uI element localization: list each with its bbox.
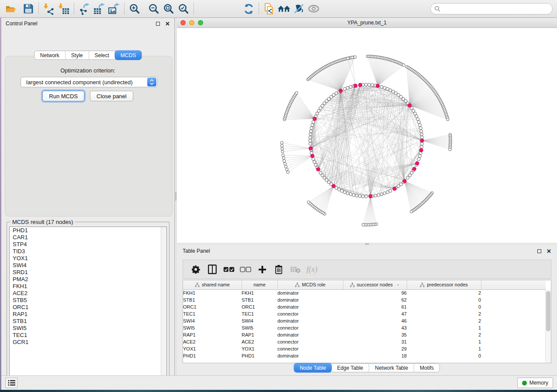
cell-predecessor-nodes: 0 <box>407 303 481 310</box>
save-button[interactable] <box>21 1 36 16</box>
show-graphics-button[interactable] <box>306 1 321 16</box>
cell-filler <box>481 296 546 303</box>
mcds-node-item[interactable]: TID3 <box>10 248 166 255</box>
mcds-node-item[interactable]: STP4 <box>10 241 166 248</box>
cell-name: ORC1 <box>242 303 277 310</box>
zoom-selected-button[interactable] <box>176 1 191 16</box>
column-header-name[interactable]: name <box>242 280 277 289</box>
export-image-icon <box>108 3 120 15</box>
cell-shared-name: ORC1 <box>183 303 242 310</box>
mcds-node-item[interactable]: PMA2 <box>10 276 166 283</box>
mcds-node-item[interactable]: CAR1 <box>10 234 166 241</box>
mcds-node-item[interactable]: TEC1 <box>10 332 166 339</box>
table-scrollbar[interactable] <box>545 290 551 363</box>
delete-row-button[interactable] <box>270 261 287 277</box>
task-history-button[interactable] <box>5 378 17 388</box>
mcds-node-item[interactable]: PHD1 <box>10 227 166 234</box>
cell-shared-name: YOX1 <box>183 345 242 352</box>
column-header-successor-nodes[interactable]: successor nodes⌄ <box>343 280 407 289</box>
column-header-mcds-role[interactable]: MCDS role <box>277 280 343 289</box>
search-input[interactable] <box>443 5 549 12</box>
mcds-result-title: MCDS result (17 nodes) <box>10 219 75 225</box>
mcds-node-item[interactable]: RAP1 <box>10 311 166 318</box>
export-table-button[interactable] <box>92 1 107 16</box>
table-row[interactable]: STB1STB1dominator620 <box>183 296 546 303</box>
cell-mcds-role: dominator <box>277 317 343 324</box>
table-row[interactable]: SWI5SWI5connector431 <box>183 324 546 331</box>
column-label: successor nodes <box>357 282 393 287</box>
criterion-dropdown[interactable]: largest connected component (undirected) <box>21 77 158 87</box>
table-row[interactable]: FKH1FKH1dominator962 <box>183 289 546 296</box>
refresh-layout-icon <box>243 3 255 15</box>
hide-panels-button[interactable] <box>291 1 306 16</box>
open-file-button[interactable] <box>3 1 18 16</box>
memory-button[interactable]: Memory <box>517 378 553 388</box>
import-table-button[interactable] <box>56 1 71 16</box>
mcds-node-item[interactable]: STB5 <box>10 297 166 304</box>
columns-button[interactable] <box>204 261 221 277</box>
scrollbar-thumb[interactable] <box>546 291 550 331</box>
cell-mcds-role: connector <box>277 324 343 331</box>
function-builder-button[interactable]: f(x) <box>304 261 320 277</box>
table-row[interactable]: SWI4SWI4dominator462 <box>183 317 546 324</box>
tab-style[interactable]: Style <box>66 51 89 59</box>
close-panel-button[interactable]: Close panel <box>90 91 133 101</box>
close-panel-icon[interactable]: ✕ <box>547 248 551 254</box>
delete-table-button[interactable] <box>287 261 304 277</box>
tab-select[interactable]: Select <box>89 51 115 59</box>
column-header-shared-name[interactable]: shared name <box>183 280 242 289</box>
network-window-titlebar[interactable]: YPA_prune.txt_1 <box>177 18 557 28</box>
zoom-in-button[interactable] <box>127 1 142 16</box>
add-row-button[interactable] <box>254 261 270 277</box>
tab-motifs[interactable]: Motifs <box>414 364 439 372</box>
tab-mcds[interactable]: MCDS <box>115 51 142 60</box>
tab-edge-table[interactable]: Edge Table <box>331 364 369 372</box>
mcds-node-item[interactable]: YOX1 <box>10 255 166 262</box>
home-networks-button[interactable] <box>277 1 291 16</box>
tab-network[interactable]: Network <box>35 51 66 59</box>
mcds-node-item[interactable]: SRD1 <box>10 269 166 276</box>
zoom-out-button[interactable] <box>146 1 161 16</box>
mcds-node-item[interactable]: SWI5 <box>10 325 166 332</box>
cell-predecessor-nodes: 0 <box>407 352 481 359</box>
mcds-node-item[interactable]: SWI4 <box>10 262 166 269</box>
table-row[interactable]: TEC1TEC1connector472 <box>183 310 546 317</box>
export-image-button[interactable] <box>107 1 121 16</box>
deselect-all-button[interactable] <box>237 261 254 277</box>
gear-button[interactable] <box>187 261 204 277</box>
open-file-icon <box>5 3 17 14</box>
mcds-node-item[interactable]: STB1 <box>10 318 166 325</box>
mcds-node-item[interactable]: ORC1 <box>10 304 166 311</box>
float-window-icon[interactable] <box>156 22 160 26</box>
table-row[interactable]: PHD1PHD1dominator180 <box>183 352 546 359</box>
zoom-fit-button[interactable] <box>161 1 176 16</box>
clone-network-button[interactable] <box>262 1 277 16</box>
export-network-button[interactable] <box>77 1 92 16</box>
run-mcds-button[interactable]: Run MCDS <box>42 91 84 101</box>
cell-predecessor-nodes: 1 <box>407 345 481 352</box>
cell-filler <box>481 289 546 296</box>
shared-column-icon <box>350 282 355 287</box>
mcds-node-item[interactable]: ACE2 <box>10 290 166 297</box>
cell-name: RAP1 <box>242 331 277 338</box>
float-window-icon[interactable] <box>537 249 541 253</box>
mcds-node-item[interactable]: FKH1 <box>10 283 166 290</box>
table-row[interactable]: ACE2ACE2connector311 <box>183 338 546 345</box>
status-bar: Memory <box>1 375 557 390</box>
close-panel-icon[interactable]: ✕ <box>165 21 170 27</box>
column-header-predecessor-nodes[interactable]: predecessor nodes <box>407 280 481 289</box>
mcds-node-item[interactable]: GCR1 <box>10 339 166 346</box>
network-window-title: YPA_prune.txt_1 <box>177 20 557 26</box>
tab-node-table[interactable]: Node Table <box>294 363 332 372</box>
select-all-button[interactable] <box>221 261 237 277</box>
refresh-layout-button[interactable] <box>241 1 256 16</box>
list-scrollbar[interactable] <box>161 227 166 381</box>
table-row[interactable]: YOX1YOX1connector291 <box>183 345 546 352</box>
table-row[interactable]: RAP1RAP1dominator352 <box>183 331 546 338</box>
import-network-button[interactable] <box>42 1 56 16</box>
toolbar-separator <box>38 3 39 15</box>
tab-network-table[interactable]: Network Table <box>369 364 414 372</box>
table-row[interactable]: ORC1ORC1dominator610 <box>183 303 546 310</box>
cell-shared-name: TEC1 <box>183 310 242 317</box>
network-canvas[interactable] <box>177 28 557 243</box>
